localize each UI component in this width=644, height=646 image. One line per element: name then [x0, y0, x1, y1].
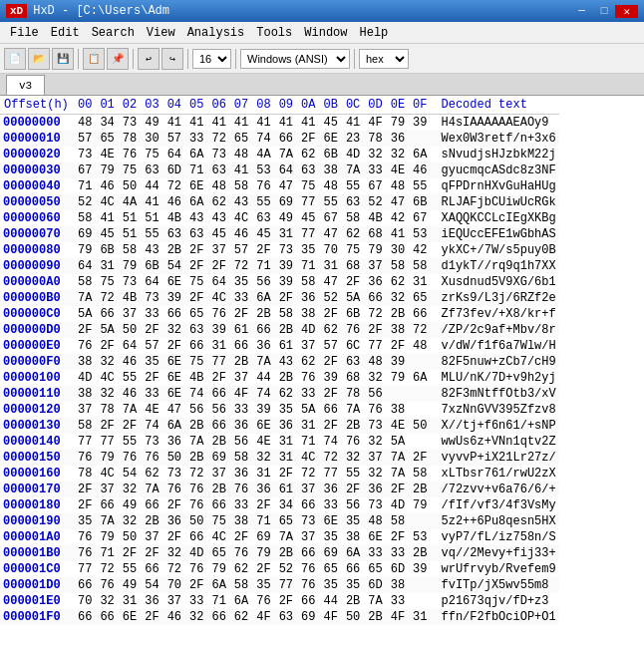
hex-cell[interactable]: 76 — [119, 147, 141, 162]
hex-cell[interactable]: 67 — [74, 162, 96, 178]
hex-cell[interactable]: 4E — [387, 162, 409, 178]
hex-cell[interactable]: 31 — [275, 226, 297, 242]
hex-cell[interactable]: 6B — [409, 194, 431, 210]
hex-cell[interactable]: 74 — [319, 434, 341, 450]
hex-cell[interactable]: 2B — [230, 354, 252, 370]
hex-cell[interactable]: 33 — [297, 386, 319, 402]
hex-cell[interactable]: 72 — [96, 561, 118, 577]
hex-cell[interactable]: 66 — [364, 290, 386, 306]
hex-cell[interactable]: 72 — [207, 131, 229, 147]
hex-cell[interactable]: 30 — [141, 131, 162, 147]
hex-cell[interactable]: 62 — [297, 147, 319, 162]
hex-cell[interactable]: 43 — [185, 210, 207, 226]
hex-cell[interactable]: 42 — [387, 210, 409, 226]
redo-btn[interactable]: ↪ — [161, 48, 183, 70]
table-row[interactable]: 000000906431796B542F2F727139713168375858… — [0, 258, 559, 274]
hex-cell[interactable]: 73 — [275, 242, 297, 258]
hex-cell[interactable]: 5A — [387, 434, 409, 450]
hex-cell[interactable]: 76 — [185, 497, 207, 513]
hex-cell[interactable]: 6A — [252, 290, 274, 306]
table-row[interactable]: 00000000483473494141414141414145414F7939… — [0, 115, 559, 132]
hex-cell[interactable]: 2F — [252, 242, 274, 258]
hex-cell[interactable]: 2B — [185, 450, 207, 466]
hex-cell[interactable]: 33 — [141, 306, 162, 322]
hex-cell[interactable]: 38 — [74, 386, 96, 402]
hex-cell[interactable]: 34 — [275, 497, 297, 513]
menu-edit[interactable]: Edit — [45, 25, 86, 41]
hex-cell[interactable]: 36 — [319, 482, 341, 497]
hex-cell[interactable]: 66 — [96, 497, 118, 513]
hex-cell[interactable]: 52 — [275, 561, 297, 577]
hex-cell[interactable]: 2F — [119, 418, 141, 434]
hex-cell[interactable]: 36 — [275, 418, 297, 434]
hex-cell[interactable]: 74 — [252, 131, 274, 147]
hex-cell[interactable]: 79 — [96, 162, 118, 178]
hex-cell[interactable]: 66 — [141, 497, 162, 513]
hex-cell[interactable]: 51 — [119, 226, 141, 242]
hex-cell[interactable]: 41 — [207, 115, 229, 132]
hex-cell[interactable]: 37 — [364, 450, 386, 466]
hex-cell[interactable]: 66 — [207, 418, 229, 434]
hex-cell[interactable]: 76 — [74, 338, 96, 354]
hex-cell[interactable]: 2B — [342, 593, 364, 609]
hex-cell[interactable]: 55 — [252, 194, 274, 210]
hex-cell[interactable]: 76 — [141, 450, 162, 466]
hex-cell[interactable]: 2B — [387, 306, 409, 322]
hex-cell[interactable]: 6E — [163, 274, 185, 290]
hex-cell[interactable]: 32 — [119, 482, 141, 497]
hex-cell[interactable]: 7A — [185, 434, 207, 450]
hex-cell[interactable]: 37 — [96, 482, 118, 497]
hex-cell[interactable]: 2F — [364, 322, 386, 338]
hex-cell[interactable]: 2F — [319, 354, 341, 370]
hex-cell[interactable]: 49 — [119, 577, 141, 593]
hex-cell[interactable]: 77 — [275, 577, 297, 593]
hex-cell[interactable]: 73 — [119, 115, 141, 132]
hex-cell[interactable]: 58 — [297, 274, 319, 290]
hex-cell[interactable]: 58 — [230, 450, 252, 466]
hex-cell[interactable]: 78 — [342, 386, 364, 402]
hex-cell[interactable]: 36 — [387, 131, 409, 147]
hex-cell[interactable]: 58 — [409, 466, 431, 482]
hex-cell[interactable]: 2F — [185, 290, 207, 306]
hex-cell[interactable]: 63 — [141, 162, 162, 178]
hex-cell[interactable]: 74 — [252, 386, 274, 402]
hex-cell[interactable]: 4E — [141, 402, 162, 418]
hex-cell[interactable]: 47 — [163, 402, 185, 418]
hex-cell[interactable]: 2F — [342, 482, 364, 497]
hex-cell[interactable]: 39 — [409, 561, 431, 577]
hex-cell[interactable]: 37 — [297, 482, 319, 497]
table-row[interactable]: 0000012037787A4E4756563339355A667A76387x… — [0, 402, 559, 418]
table-row[interactable]: 00000110383246336E74664F7462332F785682F3… — [0, 386, 559, 402]
hex-cell[interactable]: 2F — [74, 497, 96, 513]
hex-cell[interactable]: 72 — [185, 466, 207, 482]
hex-cell[interactable]: 38 — [319, 162, 341, 178]
hex-cell[interactable]: 42 — [409, 242, 431, 258]
hex-cell[interactable]: 6E — [252, 418, 274, 434]
hex-cell[interactable]: 67 — [409, 210, 431, 226]
hex-cell[interactable]: 7A — [74, 290, 96, 306]
hex-cell[interactable]: 38 — [297, 306, 319, 322]
hex-cell[interactable]: 65 — [185, 306, 207, 322]
hex-cell[interactable]: 32 — [364, 370, 386, 386]
hex-cell[interactable]: 39 — [275, 274, 297, 290]
hex-cell[interactable]: 55 — [342, 178, 364, 194]
hex-cell[interactable]: 72 — [230, 258, 252, 274]
hex-cell[interactable]: 48 — [319, 178, 341, 194]
hex-cell[interactable]: 65 — [275, 513, 297, 529]
hex-cell[interactable]: 41 — [275, 115, 297, 132]
hex-cell[interactable]: 73 — [364, 418, 386, 434]
hex-cell[interactable]: 73 — [207, 147, 229, 162]
table-row[interactable]: 000001802F6649662F7666332F34663356734D79… — [0, 497, 559, 513]
hex-cell[interactable]: 57 — [163, 131, 185, 147]
hex-cell[interactable]: 76 — [74, 545, 96, 561]
hex-cell[interactable]: 46 — [119, 354, 141, 370]
hex-cell[interactable]: 62 — [230, 561, 252, 577]
hex-cell[interactable]: 32 — [96, 354, 118, 370]
hex-cell[interactable]: 69 — [207, 450, 229, 466]
hex-cell[interactable]: 2F — [207, 370, 229, 386]
hex-cell[interactable]: 79 — [364, 242, 386, 258]
menu-view[interactable]: View — [141, 25, 181, 41]
hex-cell[interactable]: 50 — [163, 450, 185, 466]
hex-cell[interactable]: 2F — [387, 338, 409, 354]
hex-cell[interactable]: 35 — [319, 577, 341, 593]
